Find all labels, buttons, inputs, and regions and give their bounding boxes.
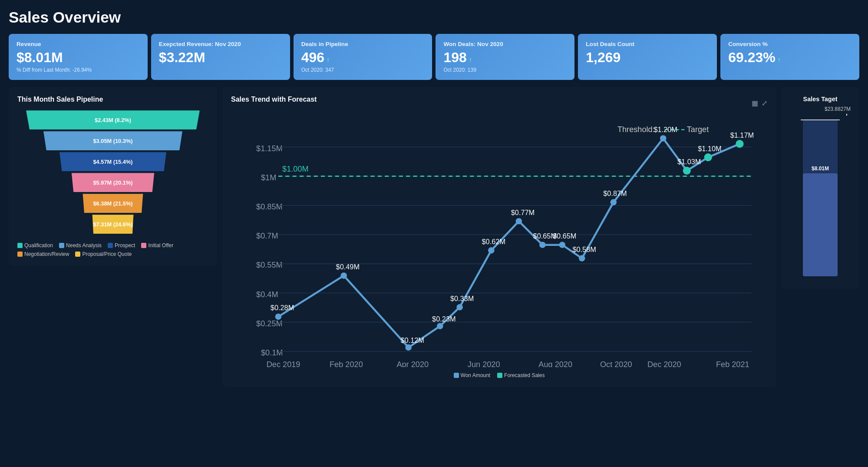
data-label: $0.28M (271, 304, 294, 312)
trend-header: Sales Trend with Forecast ▦ ⤢ (231, 96, 767, 110)
target-panel: Sales Taget $23.8827M $8.01M (781, 87, 859, 289)
kpi-value: $8.01M ↓ (17, 50, 140, 65)
funnel-legend: Qualification Needs Analysis Prospect In… (17, 242, 208, 257)
kpi-card-0: Revenue $8.01M ↓ % Diff from Last Month:… (9, 34, 148, 80)
arrow-up-icon: ↑ (776, 56, 781, 63)
funnel-row-1: $3.05M (10.3%) (40, 131, 186, 150)
arrow-down-icon: ↓ (63, 56, 68, 63)
data-label: $0.33M (450, 295, 474, 302)
svg-text:$0.7M: $0.7M (256, 232, 278, 240)
funnel-row-0: $2.43M (8.2%) (26, 110, 200, 129)
data-point (579, 255, 585, 262)
forecast-label: Forecasted Sales (504, 372, 545, 378)
threshold-label: $1.00M (282, 165, 309, 173)
data-label: $0.58M (572, 245, 596, 253)
svg-text:$1.15M: $1.15M (256, 144, 283, 153)
data-point (456, 304, 463, 311)
data-point (611, 199, 617, 206)
forecast-point (736, 140, 743, 148)
data-label: $1.03M (677, 158, 701, 166)
target-value-label: $23.8827M (790, 106, 851, 112)
kpi-card-3: Won Deals: Nov 2020 198 ↑ Oct 2020: 139 (436, 34, 574, 80)
target-current-value: $8.01M (812, 166, 829, 172)
legend-label: Negotiation/Review (24, 251, 69, 257)
kpi-value: 496 ↑ (301, 50, 425, 65)
legend-item-2: Prospect (108, 242, 135, 248)
kpi-label: Revenue (17, 41, 140, 47)
data-point (660, 135, 667, 142)
expand-icon[interactable]: ⤢ (762, 99, 767, 107)
legend-dot (141, 243, 146, 248)
data-point (488, 247, 495, 254)
kpi-label: Deals in Pipeline (301, 41, 425, 47)
forecast-point (683, 167, 691, 175)
trend-icons: ▦ ⤢ (752, 99, 767, 107)
funnel-row-4: $6.38M (21.5%) (76, 194, 149, 213)
x-label: Dec 2019 (267, 360, 300, 367)
data-point (539, 242, 546, 248)
target-bar-chart: $8.01M (794, 116, 846, 281)
pipeline-title: This Month Sales Pipeline (17, 96, 208, 103)
main-content: This Month Sales Pipeline $2.43M (8.2%)$… (9, 87, 859, 387)
legend-item-5: Proposal/Price Quote (75, 251, 132, 257)
legend-item-3: Initial Offer (141, 242, 173, 248)
kpi-label: Lost Deals Count (586, 41, 709, 47)
data-label: $0.23M (432, 315, 455, 323)
trend-chart: $0.1M $0.25M $0.4M $0.55M $0.7M $0.85M $… (231, 115, 767, 367)
legend-dot (59, 243, 64, 248)
trend-title: Sales Trend with Forecast (231, 96, 317, 103)
legend-label: Prospect (115, 242, 135, 248)
svg-text:$0.4M: $0.4M (256, 290, 278, 299)
page-title: Sales Overview (9, 9, 859, 26)
kpi-sub: Oct 2020: 139 (443, 67, 567, 73)
threshold-text: Threshold: (617, 125, 655, 134)
kpi-row: Revenue $8.01M ↓ % Diff from Last Month:… (9, 34, 859, 80)
arrow-up-icon: ↑ (467, 56, 472, 63)
legend-dot (108, 243, 113, 248)
legend-label: Proposal/Price Quote (82, 251, 132, 257)
kpi-sub: Oct 2020: 347 (301, 67, 425, 73)
svg-text:$0.1M: $0.1M (261, 348, 283, 357)
won-amount-label: Won Amount (461, 372, 490, 378)
svg-text:$0.55M: $0.55M (256, 261, 283, 270)
kpi-value: 198 ↑ (443, 50, 567, 65)
x-label: Feb 2020 (330, 360, 363, 367)
data-point (275, 314, 282, 320)
kpi-label: Conversion % (728, 41, 851, 47)
x-label: Feb 2021 (716, 360, 749, 367)
x-label: Apr 2020 (396, 360, 429, 367)
kpi-card-4: Lost Deals Count 1,269 (578, 34, 717, 80)
data-point (340, 272, 347, 279)
target-bar-area: $8.01M (790, 116, 851, 281)
legend-dot (17, 243, 23, 248)
legend-dot (17, 252, 23, 257)
won-amount-legend: Won Amount (454, 372, 490, 378)
x-label: Jun 2020 (468, 360, 500, 367)
svg-text:$0.85M: $0.85M (256, 202, 283, 211)
data-label: $0.77M (511, 209, 535, 216)
funnel-row-2: $4.57M (15.4%) (54, 152, 172, 171)
data-point (559, 242, 566, 248)
kpi-card-1: Exepcted Revenue: Nov 2020 $3.22M (151, 34, 290, 80)
bar-chart-icon[interactable]: ▦ (752, 99, 758, 107)
x-label: Oct 2020 (600, 360, 632, 367)
kpi-card-2: Deals in Pipeline 496 ↑ Oct 2020: 347 (294, 34, 432, 80)
data-label: $0.87M (603, 189, 627, 197)
data-label: $0.49M (336, 263, 360, 271)
x-label: Aug 2020 (538, 360, 572, 367)
data-label: $1.10M (698, 145, 721, 152)
data-label: $0.62M (482, 238, 505, 245)
legend-dot (75, 252, 80, 257)
target-text: Target (687, 125, 709, 134)
legend-item-4: Negotiation/Review (17, 251, 69, 257)
data-label: $0.12M (400, 336, 424, 344)
data-label: $0.65M (553, 232, 576, 240)
kpi-label: Won Deals: Nov 2020 (443, 41, 567, 47)
trend-panel: Sales Trend with Forecast ▦ ⤢ $0.1M $0.2… (222, 87, 776, 387)
legend-label: Initial Offer (148, 242, 173, 248)
data-point (405, 344, 412, 351)
data-point (437, 323, 443, 330)
legend-label: Needs Analysis (66, 242, 102, 248)
data-point (516, 218, 522, 225)
svg-text:$1M: $1M (261, 173, 276, 182)
